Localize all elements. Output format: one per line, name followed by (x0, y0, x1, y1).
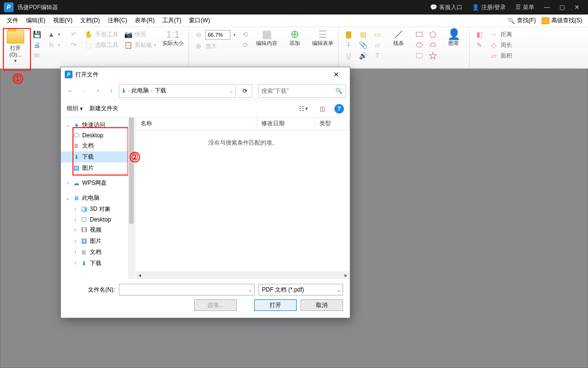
underline-button[interactable]: U̲ (342, 50, 355, 61)
tree-pc-downloads[interactable]: ›⬇下载 (61, 258, 135, 269)
refresh-button[interactable]: ⟳ (238, 84, 252, 98)
horizontal-scrollbar[interactable]: ◂ ▸ (136, 271, 350, 279)
tree-pc-pictures[interactable]: ›🖼图片 (61, 236, 135, 247)
distance-tool[interactable]: ↔距离 (487, 29, 514, 40)
view-mode-button[interactable]: ☷ ▼ (298, 103, 310, 114)
burst-shape[interactable] (427, 50, 439, 61)
zoom-input[interactable] (205, 30, 230, 40)
highlight-button[interactable]: ▇ (342, 29, 355, 40)
advanced-find-button[interactable]: 高级查找(S) (539, 15, 585, 26)
search-box[interactable]: 🔍 (258, 84, 346, 98)
menu-comment[interactable]: 注释(C) (104, 15, 131, 26)
menu-file[interactable]: 文件 (3, 15, 22, 26)
mail-button[interactable]: ✉ (30, 50, 43, 61)
tree-wps[interactable]: ›☁WPS网盘 (61, 177, 135, 189)
edit-form-button[interactable]: ☰ 编辑表单 (311, 29, 334, 48)
preview-pane-button[interactable]: ◫ (316, 103, 329, 114)
filename-input[interactable]: ⌄ (119, 284, 255, 295)
cancel-button[interactable]: 取消 (301, 299, 343, 311)
undo-button[interactable]: ↶ (67, 29, 81, 40)
rotate-left-button[interactable]: ⟲ (239, 29, 252, 40)
open-file-button[interactable]: 打开 (254, 299, 297, 311)
scroll-left-icon[interactable]: ◂ (136, 271, 143, 279)
cloud-button[interactable]: ▲▾ (44, 29, 62, 40)
minimize-button[interactable]: — (539, 0, 555, 15)
snapshot-tool[interactable]: 📷快照 (121, 29, 158, 40)
tree-quick-access[interactable]: ⌄★快速访问 (61, 119, 135, 131)
menu-form[interactable]: 表单(R) (131, 15, 158, 26)
text-button[interactable]: T (371, 50, 384, 61)
sound-button[interactable]: 🔊 (356, 50, 370, 61)
zoom-out-button[interactable]: ⊖▾ (192, 29, 238, 41)
tree-this-pc[interactable]: ⌄🖥此电脑 (61, 192, 135, 204)
tree-scrollbar[interactable] (128, 118, 135, 279)
scan-button[interactable]: ⎘▾ (44, 40, 62, 50)
search-input[interactable] (261, 88, 335, 94)
maximize-button[interactable]: ▢ (555, 0, 570, 15)
cloud-shape[interactable] (427, 40, 439, 50)
add-button[interactable]: ⊕ 添加 (283, 29, 306, 48)
path-root[interactable]: 此电脑 (131, 87, 149, 95)
menu-edit[interactable]: 编辑(E) (22, 15, 49, 26)
tree-desktop[interactable]: 🖵Desktop (61, 131, 135, 140)
filetype-select[interactable]: PDF 文档 (*.pdf)⌄ (258, 284, 343, 295)
tree-pictures[interactable]: 🖼图片 (61, 162, 135, 174)
tree-pc-documents[interactable]: ›🗎文档 (61, 247, 135, 258)
print-button[interactable]: 🖨 (30, 40, 43, 50)
close-button[interactable]: ✕ (570, 0, 584, 15)
nav-recent-button[interactable]: ▾ (92, 85, 103, 97)
redo-button[interactable]: ↷ (67, 40, 81, 50)
tree-videos[interactable]: ›🎞视频 (61, 224, 135, 236)
area-tool[interactable]: ▱面积 (487, 50, 514, 61)
menu-window[interactable]: 窗口(W) (185, 15, 214, 26)
callout-button[interactable]: ▱ (371, 40, 384, 50)
open-button[interactable]: 打开(O)... ▼ (4, 29, 27, 64)
new-folder-button[interactable]: 新建文件夹 (89, 104, 118, 113)
organize-button[interactable]: 组织▼ (67, 104, 84, 113)
dialog-close-button[interactable]: ✕ (327, 68, 346, 81)
select-tool[interactable]: ⬚选取工具 (82, 40, 120, 50)
polygon-shape[interactable] (427, 29, 439, 40)
address-bar[interactable]: ⬇ › 此电脑 › 下载 ⌄ (119, 84, 236, 98)
find-button[interactable]: 🔍查找(F) (505, 15, 539, 26)
rect-shape[interactable] (413, 29, 426, 40)
save-button[interactable]: 💾 (30, 29, 43, 40)
actual-size-button[interactable]: 1:1 实际大小 (161, 29, 185, 48)
col-date[interactable]: 修改日期 (257, 118, 315, 130)
eraser-button[interactable]: ◧ (473, 29, 486, 40)
col-type[interactable]: 类型 (315, 118, 350, 130)
menu-view[interactable]: 视图(V) (49, 15, 76, 26)
nav-up-button[interactable]: ↑ (105, 85, 117, 97)
nav-back-button[interactable]: ← (65, 85, 76, 97)
stamp-button[interactable]: 👤 图章 (442, 29, 465, 48)
tree-downloads[interactable]: ⬇下载 (61, 151, 135, 162)
scroll-right-icon[interactable]: ▸ (342, 271, 350, 279)
strikethrough-button[interactable]: T̶ (342, 40, 355, 50)
login-button[interactable]: 👤注册/登录 (467, 0, 511, 15)
rect-fill-shape[interactable] (413, 50, 426, 61)
hand-tool[interactable]: ✋手形工具 (82, 29, 120, 40)
pencil-button[interactable]: ✎ (473, 40, 486, 50)
textbox-button[interactable]: ▭ (371, 29, 384, 40)
lines-button[interactable]: 线条 (387, 29, 410, 48)
options-button[interactable]: 选项... (194, 299, 237, 311)
nav-forward-button[interactable]: → (78, 85, 90, 97)
tree-3d[interactable]: ›🧊3D 对象 (61, 204, 135, 215)
customer-service-button[interactable]: 💬客服入口 (425, 0, 467, 15)
tree-pc-desktop[interactable]: ›🖵Desktop (61, 215, 135, 224)
menu-document[interactable]: 文档(D) (76, 15, 104, 26)
col-name[interactable]: 名称 (136, 118, 257, 130)
rotate-right-button[interactable]: ⟳ (239, 40, 252, 50)
circle-shape[interactable] (413, 40, 426, 50)
menu-tools[interactable]: 工具(T) (158, 15, 185, 26)
path-folder[interactable]: 下载 (155, 87, 166, 95)
main-menu-button[interactable]: ☰菜单 (511, 0, 539, 15)
edit-content-button[interactable]: ▦ 编辑内容 (255, 29, 278, 48)
note-button[interactable]: ▤ (356, 29, 370, 40)
help-button[interactable]: ? (334, 104, 344, 114)
zoom-in-button[interactable]: ⊕放大 (192, 41, 238, 51)
chevron-down-icon[interactable]: ⌄ (229, 88, 233, 93)
perimeter-tool[interactable]: ◇周长 (487, 40, 514, 50)
clipboard-tool[interactable]: 📋剪贴板▾ (121, 40, 158, 50)
tree-documents[interactable]: 🗎文档 (61, 140, 135, 151)
